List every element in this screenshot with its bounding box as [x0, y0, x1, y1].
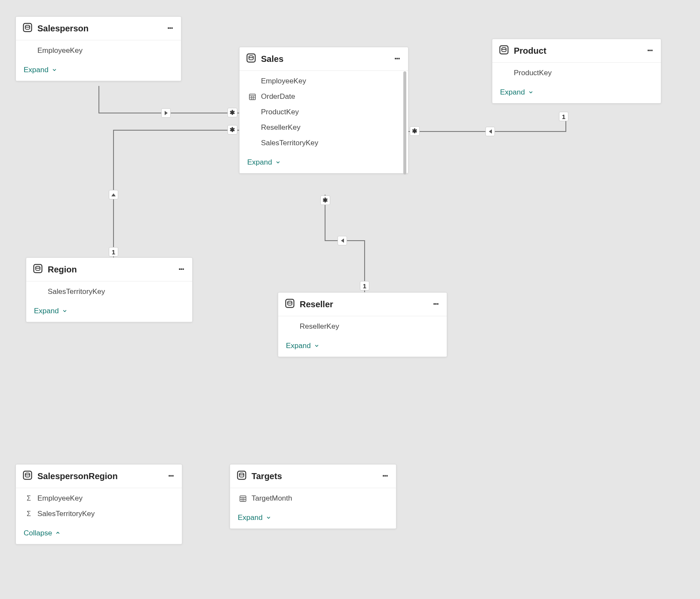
svg-rect-8 [249, 94, 255, 100]
cardinality-one: 1 [559, 112, 568, 121]
more-options-button[interactable]: ··· [645, 49, 654, 52]
cardinality-many: ✱ [227, 108, 237, 117]
field-name: ProductKey [514, 69, 552, 77]
cardinality-one: 1 [360, 281, 369, 290]
field-row[interactable]: TargetMonth [230, 491, 396, 506]
table-region[interactable]: Region ··· SalesTerritoryKey Expand [26, 257, 193, 322]
model-canvas[interactable]: ✱ 1 ✱ 1 ✱ 1 ✱ Salesperson ··· EmployeeKe… [0, 0, 700, 599]
table-icon [237, 471, 246, 482]
field-name: SalesTerritoryKey [48, 287, 105, 296]
cardinality-many: ✱ [410, 126, 420, 136]
table-icon [285, 299, 295, 310]
table-sales[interactable]: Sales ··· EmployeeKey OrderDate ProductK… [239, 47, 408, 174]
filter-direction-arrow [161, 108, 171, 118]
expand-toggle[interactable]: Expand [34, 306, 68, 316]
more-options-button[interactable]: ··· [166, 474, 175, 478]
expand-toggle[interactable]: Expand [24, 65, 58, 75]
field-row[interactable]: EmployeeKey [16, 43, 181, 58]
table-title: Targets [252, 471, 375, 481]
field-row[interactable]: ProductKey [492, 65, 661, 81]
table-title: Salesperson [37, 24, 160, 34]
field-row[interactable]: Σ SalesTerritoryKey [16, 506, 182, 522]
field-row[interactable]: EmployeeKey [239, 73, 408, 89]
table-title: Product [514, 46, 640, 56]
table-salespersonregion[interactable]: SalespersonRegion ··· Σ EmployeeKey Σ Sa… [15, 464, 182, 544]
date-table-icon [239, 495, 247, 502]
cardinality-many: ✱ [320, 196, 330, 205]
svg-point-18 [288, 301, 292, 303]
svg-point-16 [36, 266, 40, 269]
svg-point-14 [502, 48, 506, 50]
field-name: EmployeeKey [261, 77, 306, 86]
svg-marker-2 [489, 129, 492, 134]
table-icon [499, 45, 509, 56]
collapse-toggle[interactable]: Collapse [24, 529, 61, 538]
field-row[interactable]: ResellerKey [239, 120, 408, 135]
chevron-up-icon [55, 529, 61, 538]
sigma-icon: Σ [25, 495, 33, 502]
field-name: OrderDate [261, 92, 295, 101]
scrollbar[interactable] [403, 71, 406, 174]
field-name: EmployeeKey [37, 46, 83, 55]
field-name: SalesTerritoryKey [261, 139, 318, 147]
svg-point-22 [239, 473, 244, 475]
expand-toggle[interactable]: Expand [500, 88, 534, 97]
field-row[interactable]: ProductKey [239, 104, 408, 120]
table-title: Reseller [300, 300, 426, 309]
field-row[interactable]: SalesTerritoryKey [26, 284, 192, 300]
field-row[interactable]: OrderDate [239, 89, 408, 104]
table-title: SalespersonRegion [37, 471, 161, 481]
chevron-down-icon [61, 306, 68, 316]
table-product[interactable]: Product ··· ProductKey Expand [492, 39, 661, 104]
field-name: SalesTerritoryKey [37, 510, 95, 518]
field-name: TargetMonth [252, 494, 292, 503]
field-name: ResellerKey [300, 322, 339, 331]
sigma-icon: Σ [25, 510, 33, 518]
chevron-down-icon [265, 513, 272, 523]
svg-marker-0 [165, 111, 168, 115]
field-row[interactable]: SalesTerritoryKey [239, 135, 408, 151]
table-icon [246, 53, 256, 64]
svg-marker-3 [341, 238, 344, 243]
svg-rect-23 [240, 496, 246, 501]
expand-toggle[interactable]: Expand [286, 341, 320, 351]
table-title: Region [48, 265, 172, 275]
table-icon [23, 471, 32, 482]
table-reseller[interactable]: Reseller ··· ResellerKey Expand [278, 292, 447, 357]
table-title: Sales [261, 54, 387, 64]
field-row[interactable]: ResellerKey [278, 319, 447, 334]
svg-point-5 [25, 25, 30, 28]
filter-direction-arrow [485, 127, 495, 136]
svg-marker-1 [111, 193, 116, 196]
chevron-down-icon [528, 88, 534, 97]
table-icon [33, 264, 43, 275]
filter-direction-arrow [109, 190, 118, 199]
cardinality-one: 1 [109, 247, 118, 257]
more-options-button[interactable]: ··· [177, 268, 185, 271]
field-row[interactable]: Σ EmployeeKey [16, 491, 182, 506]
svg-point-7 [249, 56, 253, 58]
table-targets[interactable]: Targets ··· TargetMonth Expand [230, 464, 396, 529]
table-icon [23, 23, 32, 34]
more-options-button[interactable]: ··· [393, 57, 401, 61]
cardinality-many: ✱ [227, 125, 237, 134]
chevron-down-icon [275, 158, 281, 167]
field-name: EmployeeKey [37, 494, 83, 503]
expand-toggle[interactable]: Expand [247, 158, 281, 167]
more-options-button[interactable]: ··· [381, 474, 389, 478]
table-salesperson[interactable]: Salesperson ··· EmployeeKey Expand [15, 16, 181, 81]
chevron-down-icon [51, 65, 58, 75]
svg-point-20 [25, 473, 30, 475]
more-options-button[interactable]: ··· [166, 27, 174, 30]
chevron-down-icon [313, 341, 320, 351]
more-options-button[interactable]: ··· [431, 303, 440, 306]
field-name: ResellerKey [261, 123, 301, 132]
expand-toggle[interactable]: Expand [238, 513, 272, 523]
date-table-icon [248, 93, 257, 100]
field-name: ProductKey [261, 108, 299, 116]
filter-direction-arrow [338, 236, 347, 245]
